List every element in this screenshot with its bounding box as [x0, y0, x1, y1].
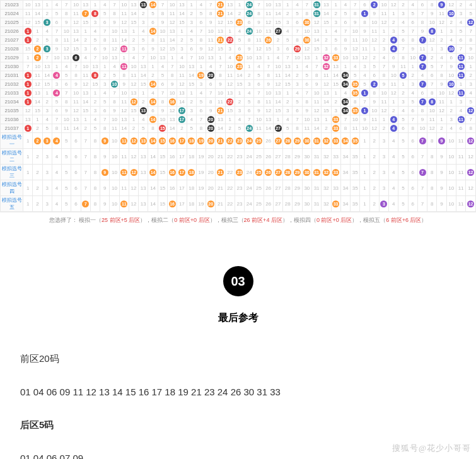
back-cell: 3: [456, 98, 465, 107]
front-cell: 9: [119, 80, 129, 89]
back-cell: 4: [408, 1, 417, 9]
issue-cell: 21033: [1, 89, 23, 98]
back-cell: 10: [427, 107, 437, 115]
issue-cell: 21024: [1, 9, 23, 18]
front-cell: 1: [331, 89, 340, 98]
front-cell: 10: [264, 1, 273, 9]
front-cell: 28: [283, 149, 293, 165]
front-cell: 14: [71, 36, 81, 45]
front-cell: 3: [90, 18, 100, 27]
drawn-ball: 26: [265, 169, 272, 176]
front-cell: 9: [196, 45, 206, 54]
front-cell: 26: [264, 36, 273, 45]
back-cell: 2: [389, 18, 398, 27]
front-cell: 4: [254, 62, 264, 71]
front-cell: 3: [283, 18, 293, 27]
front-cell: 7: [71, 62, 81, 71]
drawn-ball: 2: [371, 1, 378, 8]
front-cell: 11: [322, 71, 331, 80]
back-cell: 8: [427, 165, 437, 180]
front-cell: 6: [158, 80, 167, 89]
front-cell: 14: [273, 98, 282, 107]
front-cell: 4: [52, 133, 61, 149]
front-cell: 8: [254, 98, 264, 107]
front-cell: 11: [158, 36, 167, 45]
back-cell: 7: [417, 80, 427, 89]
front-cell: 12: [311, 18, 321, 27]
back-cell: 9: [427, 9, 437, 18]
front-cell: 11: [167, 9, 177, 18]
front-cell: 6: [331, 45, 340, 54]
drawn-ball: 34: [342, 107, 349, 114]
front-cell: 9: [100, 165, 110, 180]
front-cell: 8: [100, 36, 110, 45]
back-cell: 1: [360, 149, 369, 165]
front-cell: 10: [245, 54, 254, 62]
back-cell: 11: [369, 27, 379, 36]
front-cell: 29: [293, 165, 302, 180]
front-cell: 35: [351, 165, 360, 180]
front-cell: 2: [33, 180, 42, 196]
front-cell: 13: [206, 54, 216, 62]
front-cell: 33: [331, 149, 340, 165]
sim-row-label: 模拟选号四: [1, 180, 23, 196]
back-cell: 8: [466, 36, 476, 45]
front-cell: 7: [264, 62, 273, 71]
back-cell: 9: [369, 9, 379, 18]
watermark: 搜狐号@花少小哥哥: [392, 443, 471, 454]
drawn-ball: 14: [149, 137, 156, 144]
back-cell: 9: [446, 62, 456, 71]
back-cell: 12: [389, 89, 398, 98]
drawn-ball: 32: [323, 137, 330, 144]
front-cell: 9: [62, 18, 71, 27]
front-cell: 13: [42, 62, 52, 71]
front-cell: 19: [196, 149, 206, 165]
front-cell: 7: [81, 9, 90, 18]
front-cell: 11: [110, 124, 119, 133]
drawn-ball: 16: [169, 137, 176, 144]
drawn-ball: 12: [131, 98, 137, 105]
front-cell: 8: [302, 98, 311, 107]
front-cell: 6: [235, 45, 244, 54]
front-cell: 15: [158, 196, 167, 212]
front-cell: 9: [52, 45, 61, 54]
back-cell: 6: [408, 107, 417, 115]
issue-cell: 21027: [1, 36, 23, 45]
back-cell: 1: [437, 115, 446, 124]
back-cell: 11: [437, 98, 446, 107]
back-cell: 6: [408, 196, 417, 212]
drawn-ball: 11: [458, 63, 465, 70]
front-cell: 1: [225, 115, 235, 124]
back-cell: 3: [379, 133, 388, 149]
front-cell: 4: [283, 115, 293, 124]
front-cell: 1: [235, 1, 244, 9]
front-cell: 5: [187, 124, 196, 133]
back-cell: 12: [427, 36, 437, 45]
back-cell: 7: [466, 27, 476, 36]
front-cell: 1: [196, 62, 206, 71]
back-cell: 4: [389, 149, 398, 165]
back-cell: 8: [408, 36, 417, 45]
front-cell: 33: [331, 165, 340, 180]
front-cell: 1: [52, 62, 61, 71]
drawn-ball: 14: [149, 81, 156, 88]
back-cell: 1: [360, 180, 369, 196]
front-cell: 13: [167, 115, 177, 124]
front-cell: 8: [52, 36, 61, 45]
front-cell: 18: [187, 149, 196, 165]
front-cell: 32: [322, 196, 331, 212]
back-cell: 4: [456, 18, 465, 27]
front-cell: 21: [216, 36, 225, 45]
back-cell: 1: [427, 45, 437, 54]
front-cell: 5: [62, 133, 71, 149]
drawn-ball: 29: [294, 137, 301, 144]
back-cell: 4: [389, 196, 398, 212]
front-cell: 27: [273, 165, 282, 180]
front-cell: 25: [254, 196, 264, 212]
front-cell: 23: [235, 165, 244, 180]
front-cell: 34: [340, 149, 350, 165]
back-cell: 6: [369, 71, 379, 80]
sim-part-detail: 6 前区+6 后区: [386, 217, 421, 223]
front-cell: 22: [225, 165, 235, 180]
front-cell: 6: [293, 18, 302, 27]
